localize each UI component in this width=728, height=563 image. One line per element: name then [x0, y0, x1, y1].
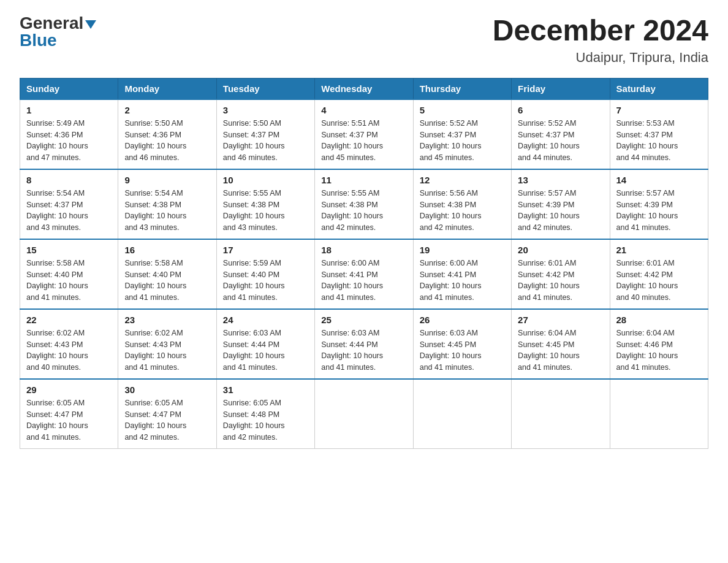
- day-info: Sunrise: 5:55 AMSunset: 4:38 PMDaylight:…: [223, 188, 308, 234]
- day-number: 11: [321, 175, 406, 185]
- calendar-cell: 8 Sunrise: 5:54 AMSunset: 4:37 PMDayligh…: [20, 169, 118, 239]
- day-number: 19: [420, 245, 505, 255]
- calendar-cell: [315, 379, 413, 449]
- day-number: 22: [26, 315, 112, 325]
- calendar-cell: 1 Sunrise: 5:49 AMSunset: 4:36 PMDayligh…: [20, 99, 118, 169]
- calendar-table: Sunday Monday Tuesday Wednesday Thursday…: [20, 78, 708, 449]
- calendar-cell: 26 Sunrise: 6:03 AMSunset: 4:45 PMDaylig…: [413, 309, 511, 379]
- day-info: Sunrise: 5:54 AMSunset: 4:37 PMDaylight:…: [26, 188, 112, 234]
- calendar-cell: 11 Sunrise: 5:55 AMSunset: 4:38 PMDaylig…: [315, 169, 413, 239]
- col-wednesday: Wednesday: [315, 78, 413, 99]
- day-info: Sunrise: 5:54 AMSunset: 4:38 PMDaylight:…: [124, 188, 210, 234]
- logo-triangle-icon: [85, 20, 96, 29]
- day-number: 27: [518, 315, 603, 325]
- calendar-cell: 18 Sunrise: 6:00 AMSunset: 4:41 PMDaylig…: [315, 239, 413, 309]
- calendar-cell: 4 Sunrise: 5:51 AMSunset: 4:37 PMDayligh…: [315, 99, 413, 169]
- day-info: Sunrise: 6:05 AMSunset: 4:48 PMDaylight:…: [223, 397, 308, 443]
- calendar-week-3: 15 Sunrise: 5:58 AMSunset: 4:40 PMDaylig…: [20, 239, 708, 309]
- calendar-cell: 10 Sunrise: 5:55 AMSunset: 4:38 PMDaylig…: [216, 169, 314, 239]
- logo-general-line: General: [20, 15, 96, 32]
- calendar-cell: 6 Sunrise: 5:52 AMSunset: 4:37 PMDayligh…: [512, 99, 610, 169]
- day-info: Sunrise: 5:49 AMSunset: 4:36 PMDaylight:…: [26, 118, 112, 164]
- day-number: 30: [124, 385, 210, 395]
- calendar-header: Sunday Monday Tuesday Wednesday Thursday…: [20, 78, 708, 99]
- day-info: Sunrise: 6:04 AMSunset: 4:46 PMDaylight:…: [616, 327, 702, 373]
- day-info: Sunrise: 6:00 AMSunset: 4:41 PMDaylight:…: [420, 258, 505, 304]
- day-info: Sunrise: 5:52 AMSunset: 4:37 PMDaylight:…: [420, 118, 505, 164]
- day-info: Sunrise: 5:57 AMSunset: 4:39 PMDaylight:…: [518, 188, 603, 234]
- day-info: Sunrise: 5:52 AMSunset: 4:37 PMDaylight:…: [518, 118, 603, 164]
- calendar-cell: 24 Sunrise: 6:03 AMSunset: 4:44 PMDaylig…: [216, 309, 314, 379]
- calendar-cell: 5 Sunrise: 5:52 AMSunset: 4:37 PMDayligh…: [413, 99, 511, 169]
- logo-general-text: General: [20, 13, 83, 33]
- calendar-week-1: 1 Sunrise: 5:49 AMSunset: 4:36 PMDayligh…: [20, 99, 708, 169]
- logo: General Blue: [20, 15, 96, 49]
- day-number: 28: [616, 315, 702, 325]
- day-info: Sunrise: 6:05 AMSunset: 4:47 PMDaylight:…: [26, 397, 112, 443]
- day-number: 31: [223, 385, 308, 395]
- day-info: Sunrise: 5:57 AMSunset: 4:39 PMDaylight:…: [616, 188, 702, 234]
- calendar-cell: 16 Sunrise: 5:58 AMSunset: 4:40 PMDaylig…: [118, 239, 216, 309]
- calendar-cell: 21 Sunrise: 6:01 AMSunset: 4:42 PMDaylig…: [610, 239, 708, 309]
- calendar-cell: 14 Sunrise: 5:57 AMSunset: 4:39 PMDaylig…: [610, 169, 708, 239]
- page-header: General Blue December 2024 Udaipur, Trip…: [20, 15, 708, 66]
- day-info: Sunrise: 5:50 AMSunset: 4:37 PMDaylight:…: [223, 118, 308, 164]
- header-row: Sunday Monday Tuesday Wednesday Thursday…: [20, 78, 708, 99]
- day-number: 4: [321, 105, 406, 115]
- calendar-cell: 7 Sunrise: 5:53 AMSunset: 4:37 PMDayligh…: [610, 99, 708, 169]
- calendar-body: 1 Sunrise: 5:49 AMSunset: 4:36 PMDayligh…: [20, 99, 708, 449]
- month-title: December 2024: [493, 15, 708, 47]
- col-monday: Monday: [118, 78, 216, 99]
- day-number: 17: [223, 245, 308, 255]
- day-number: 2: [124, 105, 210, 115]
- day-number: 24: [223, 315, 308, 325]
- calendar-cell: 12 Sunrise: 5:56 AMSunset: 4:38 PMDaylig…: [413, 169, 511, 239]
- day-number: 13: [518, 175, 603, 185]
- calendar-cell: 25 Sunrise: 6:03 AMSunset: 4:44 PMDaylig…: [315, 309, 413, 379]
- day-number: 25: [321, 315, 406, 325]
- day-number: 10: [223, 175, 308, 185]
- day-number: 3: [223, 105, 308, 115]
- day-number: 15: [26, 245, 112, 255]
- calendar-cell: 15 Sunrise: 5:58 AMSunset: 4:40 PMDaylig…: [20, 239, 118, 309]
- calendar-cell: 31 Sunrise: 6:05 AMSunset: 4:48 PMDaylig…: [216, 379, 314, 449]
- calendar-cell: 19 Sunrise: 6:00 AMSunset: 4:41 PMDaylig…: [413, 239, 511, 309]
- calendar-cell: 9 Sunrise: 5:54 AMSunset: 4:38 PMDayligh…: [118, 169, 216, 239]
- col-sunday: Sunday: [20, 78, 118, 99]
- calendar-week-4: 22 Sunrise: 6:02 AMSunset: 4:43 PMDaylig…: [20, 309, 708, 379]
- calendar-cell: 2 Sunrise: 5:50 AMSunset: 4:36 PMDayligh…: [118, 99, 216, 169]
- location-title: Udaipur, Tripura, India: [493, 50, 708, 66]
- day-info: Sunrise: 5:58 AMSunset: 4:40 PMDaylight:…: [124, 258, 210, 304]
- day-number: 26: [420, 315, 505, 325]
- calendar-cell: 17 Sunrise: 5:59 AMSunset: 4:40 PMDaylig…: [216, 239, 314, 309]
- day-info: Sunrise: 6:03 AMSunset: 4:44 PMDaylight:…: [223, 327, 308, 373]
- day-number: 9: [124, 175, 210, 185]
- day-number: 8: [26, 175, 112, 185]
- day-info: Sunrise: 5:59 AMSunset: 4:40 PMDaylight:…: [223, 258, 308, 304]
- day-number: 23: [124, 315, 210, 325]
- col-saturday: Saturday: [610, 78, 708, 99]
- day-number: 29: [26, 385, 112, 395]
- day-number: 5: [420, 105, 505, 115]
- day-number: 16: [124, 245, 210, 255]
- title-block: December 2024 Udaipur, Tripura, India: [493, 15, 708, 66]
- logo-blue-text: Blue: [20, 31, 57, 50]
- day-info: Sunrise: 6:00 AMSunset: 4:41 PMDaylight:…: [321, 258, 406, 304]
- calendar-cell: [610, 379, 708, 449]
- day-number: 12: [420, 175, 505, 185]
- day-number: 20: [518, 245, 603, 255]
- day-number: 7: [616, 105, 702, 115]
- day-info: Sunrise: 6:02 AMSunset: 4:43 PMDaylight:…: [26, 327, 112, 373]
- day-info: Sunrise: 6:01 AMSunset: 4:42 PMDaylight:…: [518, 258, 603, 304]
- calendar-week-5: 29 Sunrise: 6:05 AMSunset: 4:47 PMDaylig…: [20, 379, 708, 449]
- calendar-cell: 28 Sunrise: 6:04 AMSunset: 4:46 PMDaylig…: [610, 309, 708, 379]
- col-tuesday: Tuesday: [216, 78, 314, 99]
- day-info: Sunrise: 6:04 AMSunset: 4:45 PMDaylight:…: [518, 327, 603, 373]
- col-thursday: Thursday: [413, 78, 511, 99]
- day-info: Sunrise: 6:03 AMSunset: 4:45 PMDaylight:…: [420, 327, 505, 373]
- day-number: 18: [321, 245, 406, 255]
- calendar-cell: 27 Sunrise: 6:04 AMSunset: 4:45 PMDaylig…: [512, 309, 610, 379]
- day-info: Sunrise: 5:55 AMSunset: 4:38 PMDaylight:…: [321, 188, 406, 234]
- calendar-cell: 22 Sunrise: 6:02 AMSunset: 4:43 PMDaylig…: [20, 309, 118, 379]
- day-info: Sunrise: 5:58 AMSunset: 4:40 PMDaylight:…: [26, 258, 112, 304]
